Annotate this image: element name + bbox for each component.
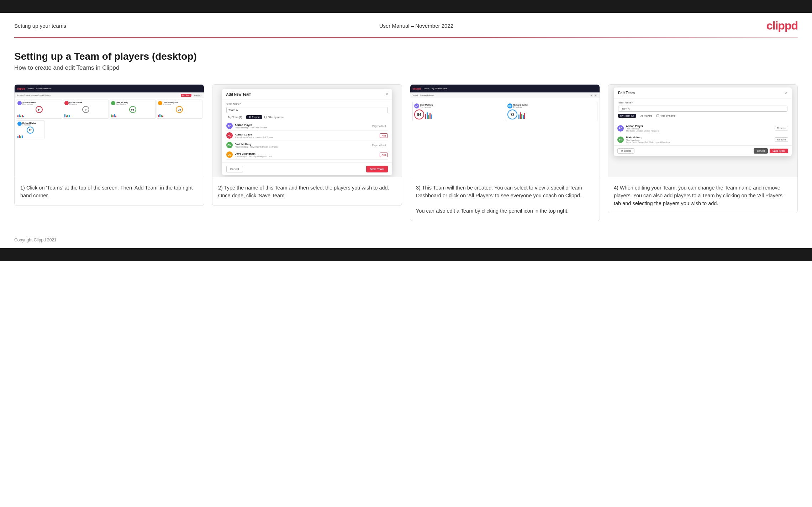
screenshot-1: clippd Home My Performance Showing 5 out… [15, 85, 204, 177]
logo: clippd [766, 19, 798, 32]
screenshot-3: clippd Home My Performance Team A | Show… [410, 85, 600, 177]
add-player-button[interactable]: Add [380, 153, 388, 157]
player-info: 3 Handicap [22, 124, 36, 126]
edit-btn[interactable]: ✏ [590, 94, 593, 97]
team-dashboard-mock: clippd Home My Performance Team A | Show… [410, 85, 600, 177]
player-info: Plus Handicap [116, 103, 128, 105]
dash-toolbar: Showing 5 out of 5 players from All Play… [15, 92, 204, 98]
manage-btn[interactable]: Manage [193, 94, 202, 97]
player-info: Adrian Coliba 1 Handicap · Central Londo… [235, 133, 378, 138]
player-info: Adrian Player Plus Handicap · The Shire … [235, 123, 368, 129]
modal-tabs: My Team (2) All Players Filter by name [226, 115, 388, 119]
cancel-button[interactable]: Cancel [226, 166, 243, 172]
toolbar-actions-2: ✏ ⚙ [590, 94, 597, 97]
mini-bars-team [425, 111, 432, 119]
modal-close-icon[interactable]: × [385, 92, 388, 97]
nav-teams[interactable]: My Performance [36, 87, 52, 90]
player-detail: Plus Handicap · The Shire London [235, 127, 368, 129]
player-name: Blair McHarg [116, 101, 128, 103]
dash-nav: Home My Performance [28, 87, 52, 90]
settings-btn[interactable]: ⚙ [594, 94, 597, 97]
tab-filter[interactable]: Filter by name [264, 116, 283, 118]
edit-filter-label: Filter by name [660, 114, 675, 117]
dash-logo-2: clippd [412, 87, 421, 90]
modal-footer: Cancel Save Team [222, 162, 392, 175]
player-card-mini: Dave Billingham 5 Handicap 78 [157, 100, 203, 119]
edit-modal-tabs: My Team (2) All Players Filter by name [618, 114, 787, 118]
delete-team-button[interactable]: 🗑 Delete [617, 148, 634, 154]
cards-row: clippd Home My Performance Showing 5 out… [14, 84, 798, 221]
mini-bars [158, 114, 201, 117]
player-avatar: BM [226, 142, 233, 148]
team-player-card: AP Blair McHarg Plus Handicap 94 [412, 102, 504, 121]
card-3-para1: 3) This Team will then be created. You c… [416, 185, 582, 198]
player-name: Dave Billingham [163, 101, 178, 103]
edit-cancel-button[interactable]: Cancel [754, 148, 768, 154]
card-3-text: 3) This Team will then be created. You c… [410, 177, 600, 221]
screenshot-2: Add New Team × Team Name * My Team (2) A… [212, 85, 402, 177]
player-name: Adrian Collins [22, 101, 36, 103]
add-team-btn[interactable]: Add Team [181, 94, 191, 97]
header: Setting up your teams User Manual – Nove… [0, 13, 812, 37]
filter-checkbox[interactable] [264, 116, 267, 118]
player-info: Blair McHarg Plus Handicap · Royal North… [235, 143, 368, 148]
modal-body: Team Name * My Team (2) All Players Filt… [222, 100, 392, 162]
edit-tab-filter[interactable]: Filter by name [657, 114, 675, 117]
edit-tab-all-players[interactable]: All Players [638, 114, 654, 118]
edit-player-club: The Shire London, United Kingdom [626, 130, 773, 132]
dash-nav-2: Home My Performance [424, 87, 447, 90]
edit-modal-close-icon[interactable]: × [785, 90, 787, 95]
card-3: clippd Home My Performance Team A | Show… [410, 84, 600, 221]
edit-save-team-button[interactable]: Save Team [770, 149, 788, 153]
nav-teams-2[interactable]: My Performance [432, 87, 447, 90]
manual-label: User Manual – November 2022 [379, 23, 453, 29]
edit-filter-checkbox[interactable] [657, 114, 659, 117]
mini-bars [17, 114, 61, 117]
edit-tab-my-team[interactable]: My Team (2) [618, 114, 636, 118]
score: 94 [129, 106, 136, 113]
top-bar [0, 0, 812, 13]
player-info: Plus Handicap [22, 103, 36, 105]
toolbar-label: Showing 5 out of 5 players from All Play… [17, 94, 51, 96]
page-subtitle: How to create and edit Teams in Clippd [14, 64, 798, 71]
edit-player-club-2: Royal North Devon Golf Club, United King… [626, 141, 773, 143]
filter-label: Filter by name [268, 116, 283, 118]
card-3-para2: You can also edit a Team by clicking the… [416, 208, 569, 214]
player-name: Richard Butler [22, 122, 36, 124]
card-2: Add New Team × Team Name * My Team (2) A… [212, 84, 402, 206]
edit-team-name-input[interactable] [618, 106, 787, 112]
player-card-mini: Adrian Collins Plus Handicap 84 [16, 100, 62, 119]
nav-home-2[interactable]: Home [424, 87, 429, 90]
player-info: 1 Handicap [69, 103, 82, 105]
edit-team-modal-mock: Edit Team × Team Name * My Team (2) All … [608, 85, 797, 177]
remove-player-button-2[interactable]: Remove [775, 137, 788, 142]
add-player-button[interactable]: Add [380, 133, 388, 138]
dash-topbar: clippd Home My Performance [15, 85, 204, 92]
card-1-text: 1) Click on 'Teams' at the top of the sc… [15, 177, 204, 206]
score: 78 [176, 106, 183, 113]
save-team-button[interactable]: Save Team [366, 166, 388, 172]
player-detail: 5 Handicap · The Ding Maling Golf Club [235, 155, 378, 158]
dash-topbar-2: clippd Home My Performance [410, 85, 600, 92]
player-added-status: Player Added [370, 143, 388, 148]
remove-player-button[interactable]: Remove [775, 126, 788, 130]
mini-bars-team2 [518, 111, 525, 119]
score: 84 [36, 106, 43, 113]
nav-home[interactable]: Home [28, 87, 34, 90]
page-content: Setting up a Team of players (desktop) H… [0, 38, 812, 232]
player-row: AC Adrian Coliba 1 Handicap · Central Lo… [226, 131, 388, 140]
modal-box: Add New Team × Team Name * My Team (2) A… [222, 89, 392, 175]
player-name: Blair McHarg [235, 143, 368, 146]
toolbar-label-2: Team A | Showing 2 players [412, 94, 434, 96]
dashboard-mock-1: clippd Home My Performance Showing 5 out… [15, 85, 204, 177]
player-row: AP Adrian Player Plus Handicap · The Shi… [226, 121, 388, 131]
mini-bars [17, 134, 43, 138]
player-name: Dave Billingham [235, 152, 378, 155]
player-added-status: Player Added [370, 124, 388, 128]
player-info: 5 Handicap [163, 103, 178, 105]
tab-my-team[interactable]: My Team (2) [226, 115, 244, 119]
team-name-input[interactable] [226, 107, 388, 113]
bottom-player-card: Richard Butler 3 Handicap 72 [15, 120, 204, 141]
tab-all-players[interactable]: All Players [246, 115, 262, 119]
player-card-mini: Adrian Coliba 1 Handicap 0 [63, 100, 109, 119]
